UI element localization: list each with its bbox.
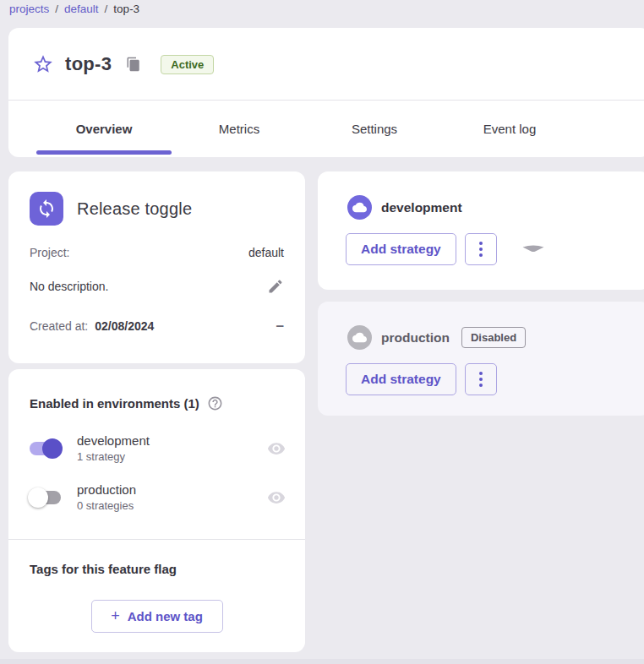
edit-description-button[interactable] (267, 278, 284, 295)
breadcrumb: projects / default / top-3 (9, 3, 139, 15)
cloud-icon (352, 330, 367, 345)
add-tag-label: Add new tag (128, 609, 203, 623)
development-toggle[interactable] (28, 438, 63, 459)
flag-header-card: top-3 Active Overview Metrics Settings E… (8, 28, 644, 157)
more-actions-button[interactable] (465, 233, 497, 265)
disabled-badge: Disabled (461, 327, 526, 348)
loop-icon (36, 199, 57, 219)
production-strategies-card: production Disabled Add strategy (318, 302, 644, 416)
add-strategy-button[interactable]: Add strategy (346, 363, 456, 395)
favorite-star-button[interactable] (32, 53, 54, 75)
cloud-icon (352, 200, 367, 215)
kebab-icon (479, 372, 483, 375)
add-new-tag-button[interactable]: + Add new tag (91, 600, 223, 633)
tab-metrics[interactable]: Metrics (172, 101, 307, 157)
environment-name: production (77, 482, 136, 497)
environments-card: Enabled in environments (1) development … (8, 369, 305, 652)
development-actions: Add strategy (346, 233, 545, 265)
copy-icon (126, 57, 141, 72)
created-row: Created at: 02/08/2024 – (30, 318, 284, 333)
expand-accordion-control[interactable] (521, 245, 545, 253)
copy-name-button[interactable] (126, 57, 141, 72)
production-header: production Disabled (347, 325, 526, 350)
collapse-button[interactable]: – (276, 318, 284, 333)
tab-settings[interactable]: Settings (307, 101, 442, 157)
tab-event-log[interactable]: Event log (442, 101, 577, 157)
production-environment-badge (347, 325, 372, 350)
tags-title: Tags for this feature flag (30, 562, 177, 576)
below-fold-strip (0, 659, 644, 664)
help-icon[interactable] (207, 395, 223, 411)
development-environment-badge (347, 195, 372, 220)
flag-type-label: Release toggle (77, 199, 192, 219)
pencil-icon (267, 278, 284, 295)
breadcrumb-project-link[interactable]: default (64, 3, 99, 15)
view-development-button[interactable] (267, 439, 286, 458)
more-actions-button[interactable] (465, 363, 497, 395)
production-toggle[interactable] (28, 487, 63, 508)
project-row: Project: default (30, 246, 284, 259)
project-value: default (248, 246, 284, 259)
flag-details-card: Release toggle Project: default No descr… (8, 171, 305, 363)
star-icon (32, 53, 54, 75)
breadcrumb-current: top-3 (113, 3, 139, 15)
page-title: top-3 (65, 53, 112, 75)
environments-title: Enabled in environments (1) (30, 396, 199, 411)
eye-icon (267, 488, 286, 507)
tab-bar: Overview Metrics Settings Event log (36, 101, 577, 157)
flag-type-row: Release toggle (30, 192, 192, 226)
environment-row-development: development 1 strategy (28, 433, 286, 463)
minus-icon: – (276, 318, 284, 334)
environment-row-production: production 0 strategies (28, 482, 286, 512)
production-actions: Add strategy (346, 363, 497, 395)
project-label: Project: (30, 246, 69, 259)
environments-title-row: Enabled in environments (1) (30, 395, 223, 411)
breadcrumb-separator: / (105, 3, 108, 15)
breadcrumb-separator: / (55, 3, 58, 15)
plus-icon: + (111, 607, 120, 625)
status-badge: Active (161, 55, 214, 74)
toggle-knob (28, 487, 48, 508)
description-row: No description. (30, 278, 284, 295)
flag-title-row: top-3 Active (32, 53, 214, 75)
created-date: 02/08/2024 (95, 319, 154, 333)
environment-name: production (381, 330, 450, 346)
development-header: development (347, 195, 462, 220)
environment-strategy-count: 0 strategies (77, 499, 136, 512)
created-label: Created at: (30, 319, 88, 333)
release-toggle-icon (30, 192, 63, 226)
tab-overview[interactable]: Overview (36, 101, 172, 157)
active-tab-indicator (36, 150, 172, 155)
view-production-button[interactable] (267, 488, 286, 507)
chevron-down-icon (521, 245, 545, 253)
section-divider (8, 539, 305, 540)
development-strategies-card: development Add strategy (318, 171, 644, 290)
add-strategy-button[interactable]: Add strategy (346, 233, 456, 265)
eye-icon (267, 439, 286, 458)
toggle-knob (42, 438, 63, 459)
environment-name: development (381, 200, 462, 215)
environment-name: development (77, 433, 150, 448)
description-text: No description. (30, 280, 108, 293)
kebab-icon (479, 242, 483, 245)
breadcrumb-projects-link[interactable]: projects (9, 3, 49, 15)
environment-strategy-count: 1 strategy (77, 450, 150, 463)
